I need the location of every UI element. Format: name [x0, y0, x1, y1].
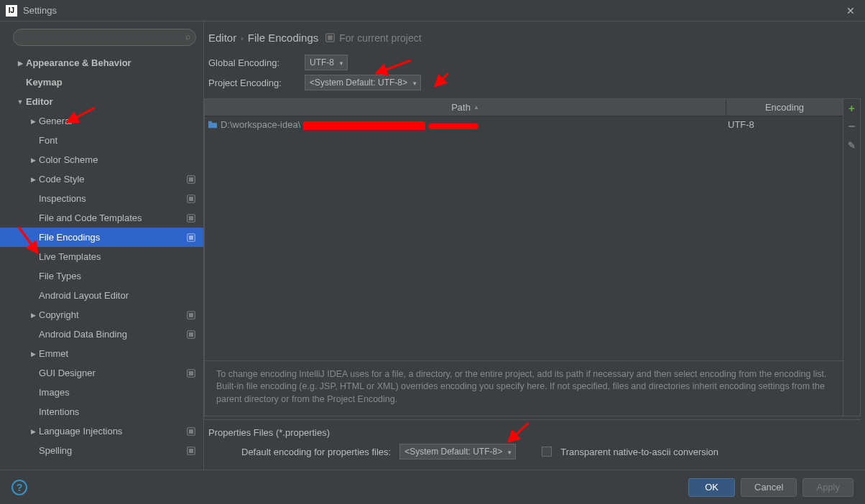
caret-down-icon: ▼: [412, 80, 417, 87]
breadcrumb: Editor › File Encodings For current proj…: [208, 32, 861, 52]
tree-item-appearance-behavior[interactable]: ▶Appearance & Behavior: [0, 53, 203, 73]
project-scope-icon: [186, 368, 196, 378]
tree-item-file-and-code-templates[interactable]: File and Code Templates: [0, 208, 203, 228]
tree-item-label: Android Layout Editor: [39, 290, 203, 301]
tree-item-label: Live Templates: [39, 251, 203, 262]
tree-item-font[interactable]: Font: [0, 131, 203, 150]
default-props-encoding-label: Default encoding for properties files:: [241, 447, 391, 457]
tree-item-editor[interactable]: ▼Editor: [0, 92, 203, 111]
tree-item-label: Spelling: [39, 445, 186, 456]
tree-item-label: File Encodings: [39, 232, 186, 243]
project-scope-icon: [186, 194, 196, 204]
svg-rect-5: [189, 216, 193, 220]
edit-button[interactable]: ✎: [846, 139, 858, 151]
project-scope-icon: [186, 174, 196, 185]
project-encoding-label: Project Encoding:: [208, 78, 305, 88]
table-toolbar: + − ✎: [843, 99, 860, 416]
tree-item-label: Inspections: [39, 193, 186, 204]
default-props-encoding-dropdown[interactable]: <System Default: UTF-8>▼: [399, 444, 516, 459]
chevron-right-icon: ▶: [27, 118, 39, 125]
tree-item-label: Appearance & Behavior: [26, 57, 203, 68]
global-encoding-label: Global Encoding:: [208, 57, 305, 68]
remove-button[interactable]: −: [846, 121, 858, 132]
add-button[interactable]: +: [846, 102, 858, 113]
tree-item-emmet[interactable]: ▶Emmet: [0, 344, 203, 363]
titlebar: IJ Settings ✕: [0, 0, 865, 22]
svg-rect-7: [189, 235, 193, 240]
tree-item-label: Copyright: [39, 309, 186, 320]
encoding-hint: To change encoding IntelliJ IDEA uses fo…: [205, 361, 843, 416]
encoding-table: Path▲ Encoding D:\workspace-idea\intelli…: [204, 98, 861, 416]
svg-rect-9: [189, 313, 193, 317]
caret-down-icon: ▼: [338, 60, 344, 67]
tree-item-keymap[interactable]: Keymap: [0, 73, 203, 92]
properties-section-title: Properties Files (*.properties): [208, 427, 861, 444]
dialog-footer: ? OK Cancel Apply: [0, 470, 865, 504]
tree-item-general[interactable]: ▶General: [0, 111, 203, 131]
tree-item-inspections[interactable]: Inspections: [0, 189, 203, 208]
cell-path: D:\workspace-idea\intellij-xxxx-xxxx-col…: [205, 119, 726, 130]
help-button[interactable]: ?: [11, 480, 27, 495]
tree-item-label: Emmet: [39, 348, 203, 359]
tree-item-intentions[interactable]: Intentions: [0, 402, 203, 421]
tree-item-android-layout-editor[interactable]: Android Layout Editor: [0, 286, 203, 305]
close-icon[interactable]: ✕: [842, 5, 859, 17]
svg-rect-13: [189, 371, 193, 375]
chevron-right-icon: ▶: [27, 157, 39, 164]
chevron-right-icon: ▶: [27, 176, 39, 183]
window-title: Settings: [23, 5, 842, 16]
tree-item-file-types[interactable]: File Types: [0, 266, 203, 286]
ok-button[interactable]: OK: [688, 478, 735, 497]
tree-item-label: General: [39, 116, 203, 126]
sort-asc-icon: ▲: [473, 104, 479, 111]
project-scope-icon: [186, 233, 196, 243]
apply-button[interactable]: Apply: [802, 478, 854, 497]
settings-tree[interactable]: ▶Appearance & BehaviorKeymap▼Editor▶Gene…: [0, 50, 203, 470]
tree-item-android-data-binding[interactable]: Android Data Binding: [0, 325, 203, 344]
column-header-path[interactable]: Path▲: [205, 99, 726, 116]
transparent-ascii-checkbox[interactable]: [542, 447, 552, 457]
chevron-right-icon: ›: [241, 34, 244, 42]
chevron-right-icon: ▶: [14, 60, 26, 67]
search-input[interactable]: [13, 29, 196, 46]
tree-item-label: Language Injections: [39, 426, 186, 437]
svg-rect-3: [189, 197, 193, 201]
tree-item-live-templates[interactable]: Live Templates: [0, 247, 203, 266]
tree-item-label: File and Code Templates: [39, 213, 186, 223]
settings-content: Editor › File Encodings For current proj…: [204, 22, 865, 470]
cell-encoding[interactable]: UTF-8: [726, 119, 843, 130]
breadcrumb-page: File Encodings: [248, 32, 318, 44]
project-scope-icon: [186, 213, 196, 223]
project-scope-icon: [186, 310, 196, 320]
tree-item-copyright[interactable]: ▶Copyright: [0, 305, 203, 325]
caret-down-icon: ▼: [506, 449, 512, 456]
transparent-ascii-label: Transparent native-to-ascii conversion: [560, 447, 718, 457]
tree-item-label: Code Style: [39, 174, 186, 185]
svg-rect-21: [328, 35, 333, 40]
chevron-right-icon: ▶: [27, 350, 39, 358]
table-row[interactable]: D:\workspace-idea\intellij-xxxx-xxxx-col…: [205, 116, 843, 132]
tree-item-spelling[interactable]: Spelling: [0, 441, 203, 460]
svg-rect-17: [189, 449, 193, 453]
chevron-right-icon: ▶: [27, 428, 39, 435]
tree-item-label: Keymap: [26, 77, 203, 88]
tree-item-color-scheme[interactable]: ▶Color Scheme: [0, 150, 203, 169]
tree-item-label: File Types: [39, 271, 203, 281]
tree-item-gui-designer[interactable]: GUI Designer: [0, 363, 203, 383]
tree-item-language-injections[interactable]: ▶Language Injections: [0, 421, 203, 441]
svg-rect-1: [189, 177, 193, 182]
tree-item-images[interactable]: Images: [0, 383, 203, 402]
tree-item-file-encodings[interactable]: File Encodings: [0, 228, 203, 247]
tree-item-label: Intentions: [39, 406, 203, 417]
breadcrumb-subtitle: For current project: [339, 32, 421, 44]
folder-icon: [208, 120, 218, 129]
column-header-encoding[interactable]: Encoding: [726, 99, 843, 116]
global-encoding-dropdown[interactable]: UTF-8▼: [305, 55, 348, 70]
tree-item-label: Editor: [26, 96, 203, 107]
chevron-right-icon: ▶: [27, 312, 39, 319]
tree-item-label: GUI Designer: [39, 368, 186, 378]
cancel-button[interactable]: Cancel: [741, 478, 797, 497]
tree-item-label: Images: [39, 387, 203, 398]
tree-item-code-style[interactable]: ▶Code Style: [0, 169, 203, 189]
project-encoding-dropdown[interactable]: <System Default: UTF-8>▼: [305, 75, 421, 90]
